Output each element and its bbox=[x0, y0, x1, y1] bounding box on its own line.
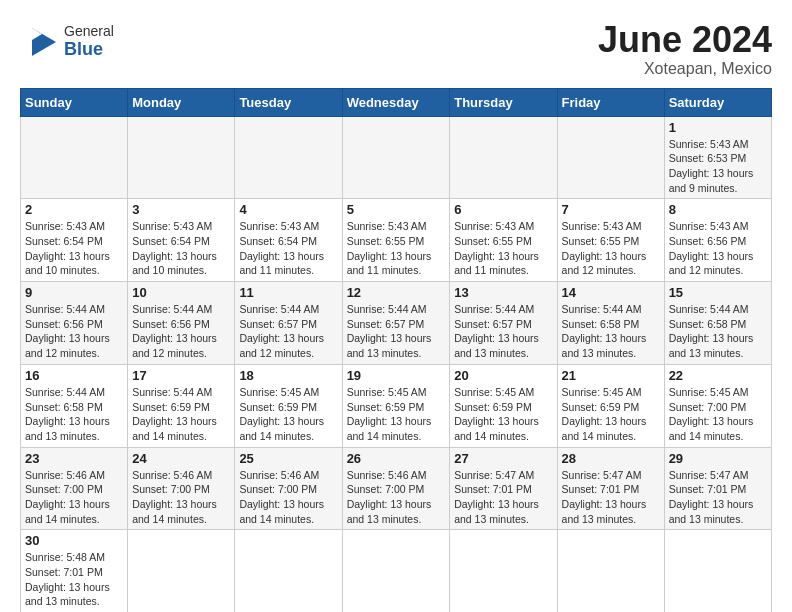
day-info: Sunrise: 5:46 AMSunset: 7:00 PMDaylight:… bbox=[132, 468, 230, 527]
day-info: Sunrise: 5:46 AMSunset: 7:00 PMDaylight:… bbox=[25, 468, 123, 527]
calendar-cell bbox=[128, 530, 235, 612]
day-info: Sunrise: 5:46 AMSunset: 7:00 PMDaylight:… bbox=[347, 468, 446, 527]
day-number: 2 bbox=[25, 202, 123, 217]
calendar-body: 1Sunrise: 5:43 AMSunset: 6:53 PMDaylight… bbox=[21, 116, 772, 612]
day-number: 21 bbox=[562, 368, 660, 383]
day-number: 13 bbox=[454, 285, 552, 300]
calendar-cell: 17Sunrise: 5:44 AMSunset: 6:59 PMDayligh… bbox=[128, 364, 235, 447]
day-info: Sunrise: 5:45 AMSunset: 7:00 PMDaylight:… bbox=[669, 385, 767, 444]
day-info: Sunrise: 5:45 AMSunset: 6:59 PMDaylight:… bbox=[347, 385, 446, 444]
calendar-cell bbox=[450, 116, 557, 199]
calendar-cell: 20Sunrise: 5:45 AMSunset: 6:59 PMDayligh… bbox=[450, 364, 557, 447]
day-number: 20 bbox=[454, 368, 552, 383]
calendar-cell: 16Sunrise: 5:44 AMSunset: 6:58 PMDayligh… bbox=[21, 364, 128, 447]
logo-blue-text: Blue bbox=[64, 40, 114, 60]
calendar-cell bbox=[557, 116, 664, 199]
logo-general-text: General bbox=[64, 24, 114, 39]
day-info: Sunrise: 5:45 AMSunset: 6:59 PMDaylight:… bbox=[562, 385, 660, 444]
calendar-cell: 26Sunrise: 5:46 AMSunset: 7:00 PMDayligh… bbox=[342, 447, 450, 530]
day-number: 22 bbox=[669, 368, 767, 383]
calendar-cell: 5Sunrise: 5:43 AMSunset: 6:55 PMDaylight… bbox=[342, 199, 450, 282]
calendar-cell: 14Sunrise: 5:44 AMSunset: 6:58 PMDayligh… bbox=[557, 282, 664, 365]
calendar-cell: 13Sunrise: 5:44 AMSunset: 6:57 PMDayligh… bbox=[450, 282, 557, 365]
calendar-cell: 19Sunrise: 5:45 AMSunset: 6:59 PMDayligh… bbox=[342, 364, 450, 447]
calendar-cell bbox=[342, 530, 450, 612]
calendar-cell: 7Sunrise: 5:43 AMSunset: 6:55 PMDaylight… bbox=[557, 199, 664, 282]
calendar-cell: 27Sunrise: 5:47 AMSunset: 7:01 PMDayligh… bbox=[450, 447, 557, 530]
weekday-header-tuesday: Tuesday bbox=[235, 88, 342, 116]
calendar-table: SundayMondayTuesdayWednesdayThursdayFrid… bbox=[20, 88, 772, 612]
calendar-cell: 9Sunrise: 5:44 AMSunset: 6:56 PMDaylight… bbox=[21, 282, 128, 365]
calendar-cell: 24Sunrise: 5:46 AMSunset: 7:00 PMDayligh… bbox=[128, 447, 235, 530]
day-info: Sunrise: 5:44 AMSunset: 6:58 PMDaylight:… bbox=[25, 385, 123, 444]
day-number: 9 bbox=[25, 285, 123, 300]
day-info: Sunrise: 5:45 AMSunset: 6:59 PMDaylight:… bbox=[239, 385, 337, 444]
day-info: Sunrise: 5:45 AMSunset: 6:59 PMDaylight:… bbox=[454, 385, 552, 444]
weekday-header-wednesday: Wednesday bbox=[342, 88, 450, 116]
calendar-cell bbox=[664, 530, 771, 612]
location-title: Xoteapan, Mexico bbox=[598, 60, 772, 78]
calendar-cell: 11Sunrise: 5:44 AMSunset: 6:57 PMDayligh… bbox=[235, 282, 342, 365]
calendar-cell: 23Sunrise: 5:46 AMSunset: 7:00 PMDayligh… bbox=[21, 447, 128, 530]
day-number: 24 bbox=[132, 451, 230, 466]
day-info: Sunrise: 5:43 AMSunset: 6:55 PMDaylight:… bbox=[347, 219, 446, 278]
day-number: 17 bbox=[132, 368, 230, 383]
logo: General Blue bbox=[20, 20, 114, 64]
calendar-week-6: 30Sunrise: 5:48 AMSunset: 7:01 PMDayligh… bbox=[21, 530, 772, 612]
day-info: Sunrise: 5:43 AMSunset: 6:56 PMDaylight:… bbox=[669, 219, 767, 278]
day-info: Sunrise: 5:47 AMSunset: 7:01 PMDaylight:… bbox=[454, 468, 552, 527]
calendar-cell: 2Sunrise: 5:43 AMSunset: 6:54 PMDaylight… bbox=[21, 199, 128, 282]
calendar-cell: 8Sunrise: 5:43 AMSunset: 6:56 PMDaylight… bbox=[664, 199, 771, 282]
day-number: 15 bbox=[669, 285, 767, 300]
calendar-cell bbox=[450, 530, 557, 612]
day-number: 16 bbox=[25, 368, 123, 383]
day-number: 8 bbox=[669, 202, 767, 217]
weekday-header-saturday: Saturday bbox=[664, 88, 771, 116]
calendar-cell bbox=[342, 116, 450, 199]
calendar-cell: 30Sunrise: 5:48 AMSunset: 7:01 PMDayligh… bbox=[21, 530, 128, 612]
day-info: Sunrise: 5:44 AMSunset: 6:56 PMDaylight:… bbox=[132, 302, 230, 361]
day-info: Sunrise: 5:43 AMSunset: 6:54 PMDaylight:… bbox=[132, 219, 230, 278]
day-number: 30 bbox=[25, 533, 123, 548]
day-info: Sunrise: 5:43 AMSunset: 6:53 PMDaylight:… bbox=[669, 137, 767, 196]
day-info: Sunrise: 5:43 AMSunset: 6:54 PMDaylight:… bbox=[25, 219, 123, 278]
weekday-header-friday: Friday bbox=[557, 88, 664, 116]
day-info: Sunrise: 5:44 AMSunset: 6:58 PMDaylight:… bbox=[562, 302, 660, 361]
day-info: Sunrise: 5:44 AMSunset: 6:57 PMDaylight:… bbox=[347, 302, 446, 361]
day-info: Sunrise: 5:44 AMSunset: 6:59 PMDaylight:… bbox=[132, 385, 230, 444]
calendar-cell: 28Sunrise: 5:47 AMSunset: 7:01 PMDayligh… bbox=[557, 447, 664, 530]
weekday-header-sunday: Sunday bbox=[21, 88, 128, 116]
calendar-cell bbox=[21, 116, 128, 199]
day-info: Sunrise: 5:47 AMSunset: 7:01 PMDaylight:… bbox=[669, 468, 767, 527]
weekday-header-thursday: Thursday bbox=[450, 88, 557, 116]
weekday-header-monday: Monday bbox=[128, 88, 235, 116]
day-info: Sunrise: 5:44 AMSunset: 6:57 PMDaylight:… bbox=[239, 302, 337, 361]
day-number: 19 bbox=[347, 368, 446, 383]
day-number: 10 bbox=[132, 285, 230, 300]
calendar-cell: 6Sunrise: 5:43 AMSunset: 6:55 PMDaylight… bbox=[450, 199, 557, 282]
day-info: Sunrise: 5:44 AMSunset: 6:58 PMDaylight:… bbox=[669, 302, 767, 361]
header-row: SundayMondayTuesdayWednesdayThursdayFrid… bbox=[21, 88, 772, 116]
calendar-cell: 21Sunrise: 5:45 AMSunset: 6:59 PMDayligh… bbox=[557, 364, 664, 447]
calendar-cell bbox=[128, 116, 235, 199]
calendar-cell: 3Sunrise: 5:43 AMSunset: 6:54 PMDaylight… bbox=[128, 199, 235, 282]
calendar-cell: 10Sunrise: 5:44 AMSunset: 6:56 PMDayligh… bbox=[128, 282, 235, 365]
day-info: Sunrise: 5:44 AMSunset: 6:56 PMDaylight:… bbox=[25, 302, 123, 361]
calendar-cell: 25Sunrise: 5:46 AMSunset: 7:00 PMDayligh… bbox=[235, 447, 342, 530]
day-number: 1 bbox=[669, 120, 767, 135]
calendar-cell: 29Sunrise: 5:47 AMSunset: 7:01 PMDayligh… bbox=[664, 447, 771, 530]
day-number: 23 bbox=[25, 451, 123, 466]
day-info: Sunrise: 5:46 AMSunset: 7:00 PMDaylight:… bbox=[239, 468, 337, 527]
day-number: 29 bbox=[669, 451, 767, 466]
day-number: 25 bbox=[239, 451, 337, 466]
day-info: Sunrise: 5:43 AMSunset: 6:54 PMDaylight:… bbox=[239, 219, 337, 278]
day-number: 3 bbox=[132, 202, 230, 217]
day-number: 18 bbox=[239, 368, 337, 383]
day-number: 5 bbox=[347, 202, 446, 217]
header: General Blue June 2024 Xoteapan, Mexico bbox=[20, 20, 772, 78]
calendar-cell: 18Sunrise: 5:45 AMSunset: 6:59 PMDayligh… bbox=[235, 364, 342, 447]
day-number: 28 bbox=[562, 451, 660, 466]
calendar-week-2: 2Sunrise: 5:43 AMSunset: 6:54 PMDaylight… bbox=[21, 199, 772, 282]
day-info: Sunrise: 5:44 AMSunset: 6:57 PMDaylight:… bbox=[454, 302, 552, 361]
calendar-cell bbox=[235, 116, 342, 199]
